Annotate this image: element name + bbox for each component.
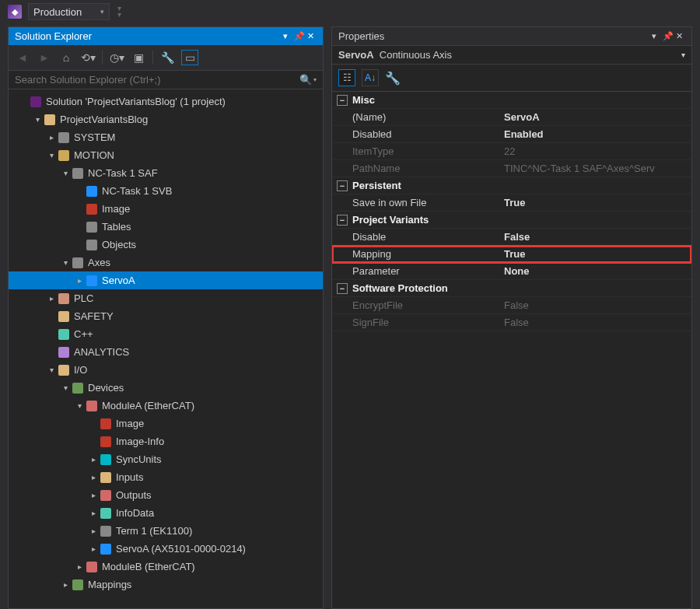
categorized-icon[interactable]: ☷ <box>338 69 355 86</box>
property-value[interactable]: 22 <box>499 143 691 159</box>
property-category[interactable]: −Software Protection <box>332 280 691 297</box>
tree-item[interactable]: Axes <box>9 254 323 271</box>
collapse-icon[interactable]: − <box>337 95 348 106</box>
tree-item[interactable]: Devices <box>9 379 323 397</box>
collapse-icon[interactable]: − <box>337 215 348 226</box>
properties-object-header[interactable]: ServoA Continuous Axis ▾ <box>332 46 691 65</box>
chevron-down-icon[interactable] <box>46 151 57 159</box>
chevron-right-icon[interactable] <box>46 294 57 303</box>
tree-item[interactable]: NC-Task 1 SAF <box>9 164 323 182</box>
chevron-down-icon[interactable] <box>74 401 85 410</box>
tree-item[interactable]: SYSTEM <box>9 128 323 146</box>
history-icon[interactable]: ◷▾ <box>109 50 124 65</box>
close-icon[interactable]: ✕ <box>673 31 685 41</box>
property-row[interactable]: ParameterNone <box>332 263 691 280</box>
chevron-right-icon[interactable] <box>88 509 99 517</box>
chevron-right-icon[interactable] <box>88 473 99 481</box>
chevron-right-icon[interactable] <box>60 580 71 589</box>
home-icon[interactable]: ⌂ <box>58 50 74 65</box>
property-row[interactable]: PathNameTINC^NC-Task 1 SAF^Axes^Serv <box>332 160 691 177</box>
tree-item[interactable]: NC-Task 1 SVB <box>9 182 323 200</box>
tree-item[interactable]: ServoA <box>9 271 323 289</box>
solution-tree[interactable]: Solution 'ProjectVariantsBlog' (1 projec… <box>9 89 323 608</box>
dropdown-icon[interactable]: ▾ <box>648 31 660 41</box>
chevron-down-icon[interactable] <box>46 366 57 374</box>
property-row[interactable]: DisabledEnabled <box>332 126 691 143</box>
property-value[interactable]: True <box>499 194 691 211</box>
property-category[interactable]: −Misc <box>332 92 691 109</box>
tree-item[interactable]: C++ <box>9 325 323 343</box>
wrench-icon[interactable]: 🔧 <box>385 71 401 86</box>
chevron-right-icon[interactable] <box>74 562 85 571</box>
pin-icon[interactable]: 📌 <box>292 31 304 41</box>
property-row[interactable]: Save in own FileTrue <box>332 194 691 212</box>
search-options-icon[interactable]: ▾ <box>313 76 317 83</box>
property-row[interactable]: EncryptFileFalse <box>332 297 691 314</box>
tree-item[interactable]: Tables <box>9 218 323 236</box>
show-all-icon[interactable]: ▣ <box>131 50 146 65</box>
collapse-icon[interactable]: − <box>337 180 348 191</box>
tree-item[interactable]: Image <box>9 415 323 432</box>
properties-icon[interactable]: 🔧 <box>159 50 175 65</box>
category-label: Misc <box>352 94 375 106</box>
tree-item[interactable]: InfoData <box>9 504 323 522</box>
tree-item[interactable]: ModuleA (EtherCAT) <box>9 397 323 415</box>
property-value[interactable]: None <box>499 263 691 279</box>
tree-item[interactable]: Image <box>9 200 323 218</box>
chevron-down-icon[interactable] <box>60 169 71 177</box>
property-row[interactable]: MappingTrue <box>332 246 691 263</box>
search-input[interactable] <box>15 74 295 86</box>
chevron-right-icon[interactable] <box>88 491 99 499</box>
tree-item[interactable]: Outputs <box>9 486 323 504</box>
tree-item[interactable]: ProjectVariantsBlog <box>9 110 323 128</box>
config-dropdown[interactable]: Production ▾ <box>28 3 110 20</box>
property-value[interactable]: True <box>499 246 691 262</box>
node-icon <box>85 561 99 573</box>
sync-icon[interactable]: ⟲▾ <box>80 50 96 65</box>
dropdown-icon[interactable]: ▾ <box>279 31 292 41</box>
tree-item[interactable]: Inputs <box>9 468 323 486</box>
tree-item[interactable]: ModuleB (EtherCAT) <box>9 558 323 576</box>
property-value[interactable]: TINC^NC-Task 1 SAF^Axes^Serv <box>499 160 691 177</box>
tree-item[interactable]: SAFETY <box>9 307 323 325</box>
close-icon[interactable]: ✕ <box>304 31 317 41</box>
chevron-right-icon[interactable] <box>88 527 99 535</box>
property-row[interactable]: DisableFalse <box>332 229 691 246</box>
property-value[interactable]: False <box>499 229 691 245</box>
tree-item[interactable]: Term 1 (EK1100) <box>9 522 323 540</box>
chevron-right-icon[interactable] <box>88 544 99 553</box>
chevron-right-icon[interactable] <box>46 133 57 142</box>
tree-item[interactable]: Objects <box>9 236 323 254</box>
properties-titlebar[interactable]: Properties ▾ 📌 ✕ <box>332 27 691 46</box>
tree-item[interactable]: PLC <box>9 289 323 307</box>
chevron-right-icon[interactable] <box>88 455 99 464</box>
property-value[interactable]: False <box>499 314 691 331</box>
property-row[interactable]: SignFileFalse <box>332 314 691 331</box>
property-category[interactable]: −Persistent <box>332 177 691 194</box>
chevron-down-icon[interactable] <box>60 383 71 392</box>
tree-item[interactable]: ServoA (AX5101-0000-0214) <box>9 540 323 558</box>
chevron-right-icon[interactable] <box>74 276 85 285</box>
property-value[interactable]: False <box>499 297 691 313</box>
property-category[interactable]: −Project Variants <box>332 212 691 229</box>
property-value[interactable]: Enabled <box>499 126 691 142</box>
tree-item[interactable]: Mappings <box>9 576 323 593</box>
search-icon[interactable]: 🔍 <box>295 74 312 86</box>
tree-item[interactable]: MOTION <box>9 146 323 164</box>
collapse-icon[interactable]: − <box>337 283 348 294</box>
pin-icon[interactable]: 📌 <box>660 31 673 41</box>
tree-item[interactable]: Solution 'ProjectVariantsBlog' (1 projec… <box>9 93 323 110</box>
solution-explorer-titlebar[interactable]: Solution Explorer ▾ 📌 ✕ <box>9 27 323 45</box>
tree-item[interactable]: Image-Info <box>9 432 323 450</box>
tree-item[interactable]: I/O <box>9 361 323 379</box>
chevron-down-icon[interactable]: ▾ <box>681 51 685 59</box>
property-value[interactable]: ServoA <box>499 109 691 125</box>
tree-item[interactable]: ANALYTICS <box>9 343 323 361</box>
tree-item[interactable]: SyncUnits <box>9 450 323 468</box>
preview-icon[interactable]: ▭ <box>181 50 198 65</box>
property-row[interactable]: ItemType22 <box>332 143 691 160</box>
chevron-down-icon[interactable] <box>60 258 71 267</box>
chevron-down-icon[interactable] <box>32 115 43 124</box>
property-row[interactable]: (Name)ServoA <box>332 109 691 126</box>
alphabetical-icon[interactable]: A↓ <box>362 69 379 86</box>
